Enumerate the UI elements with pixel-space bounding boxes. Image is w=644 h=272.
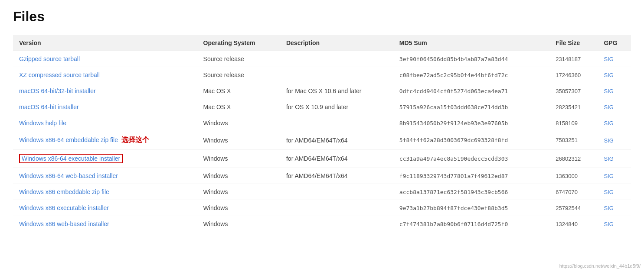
file-md5: 5f84f4f62a28d3003679dc693328f8fd (393, 131, 549, 149)
file-os: Windows (197, 184, 280, 200)
file-os: Windows (197, 168, 280, 184)
table-row: XZ compressed source tarballSource relea… (13, 67, 631, 83)
file-md5: c7f474381b7a8b90b6f07116d4d725f0 (393, 216, 549, 232)
gpg-sig-link[interactable]: SIG (604, 104, 613, 110)
file-size: 17246360 (549, 67, 598, 83)
table-row: Windows x86-64 executable installerWindo… (13, 149, 631, 168)
file-size: 25792544 (549, 200, 598, 216)
file-os: Source release (197, 67, 280, 83)
table-row: macOS 64-bit installerMac OS Xfor OS X 1… (13, 99, 631, 115)
file-os: Windows (197, 200, 280, 216)
file-version-link[interactable]: Windows x86-64 embeddable zip file (19, 136, 118, 143)
file-os: Windows (197, 216, 280, 232)
gpg-sig-link[interactable]: SIG (604, 221, 613, 227)
col-version: Version (13, 35, 197, 51)
file-os: Mac OS X (197, 99, 280, 115)
file-version-link[interactable]: Windows x86 executable installer (19, 204, 109, 211)
file-md5: f9c11893329743d77801a7f49612ed87 (393, 168, 549, 184)
file-md5: cc31a9a497a4ec8a5190edecc5cdd303 (393, 149, 549, 168)
file-description: for OS X 10.9 and later (280, 99, 393, 115)
file-description (280, 67, 393, 83)
gpg-sig-link[interactable]: SIG (604, 72, 613, 78)
table-row: Windows x86 executable installerWindows9… (13, 200, 631, 216)
gpg-sig-link[interactable]: SIG (604, 155, 613, 162)
file-description: for Mac OS X 10.6 and later (280, 83, 393, 99)
annotation-label: 选择这个 (121, 136, 149, 143)
table-header-row: Version Operating System Description MD5… (13, 35, 631, 51)
file-description (280, 51, 393, 67)
files-table: Version Operating System Description MD5… (13, 35, 631, 232)
table-row: Gzipped source tarballSource release3ef9… (13, 51, 631, 67)
page-title: Files (13, 9, 631, 25)
file-version-link[interactable]: Windows x86 web-based installer (19, 220, 109, 227)
gpg-sig-link[interactable]: SIG (604, 56, 613, 62)
file-md5: 3ef90f064506dd85b4b4ab87a7a83d44 (393, 51, 549, 67)
table-row: Windows x86 embeddable zip fileWindowsac… (13, 184, 631, 200)
col-os: Operating System (197, 35, 280, 51)
file-os: Windows (197, 115, 280, 131)
col-description: Description (280, 35, 393, 51)
gpg-sig-link[interactable]: SIG (604, 189, 613, 195)
file-os: Source release (197, 51, 280, 67)
file-os: Mac OS X (197, 83, 280, 99)
table-row: macOS 64-bit/32-bit installerMac OS Xfor… (13, 83, 631, 99)
table-row: Windows x86-64 embeddable zip file选择这个Wi… (13, 131, 631, 149)
file-version-link[interactable]: Windows x86-64 web-based installer (19, 172, 118, 179)
file-size: 35057307 (549, 83, 598, 99)
file-description: for AMD64/EM64T/x64 (280, 149, 393, 168)
file-size: 6747070 (549, 184, 598, 200)
file-size: 1363000 (549, 168, 598, 184)
file-version-link[interactable]: macOS 64-bit/32-bit installer (19, 87, 96, 94)
file-version-link[interactable]: Windows help file (19, 120, 66, 126)
col-md5: MD5 Sum (393, 35, 549, 51)
file-version-link[interactable]: XZ compressed source tarball (19, 71, 100, 78)
file-description (280, 200, 393, 216)
file-md5: 57915a926caa15f03ddd638ce714dd3b (393, 99, 549, 115)
file-size: 28235421 (549, 99, 598, 115)
file-description: for AMD64/EM64T/x64 (280, 168, 393, 184)
file-description: for AMD64/EM64T/x64 (280, 131, 393, 149)
file-md5: c08fbee72ad5c2c95b0f4e44bf6fd72c (393, 67, 549, 83)
gpg-sig-link[interactable]: SIG (604, 88, 613, 94)
gpg-sig-link[interactable]: SIG (604, 205, 613, 211)
col-gpg: GPG (598, 35, 631, 51)
file-description (280, 216, 393, 232)
file-version-link[interactable]: Gzipped source tarball (19, 55, 80, 62)
file-size: 26802312 (549, 149, 598, 168)
file-size: 8158109 (549, 115, 598, 131)
gpg-sig-link[interactable]: SIG (604, 137, 613, 144)
file-size: 7503251 (549, 131, 598, 149)
gpg-sig-link[interactable]: SIG (604, 120, 613, 126)
table-row: Windows x86 web-based installerWindowsc7… (13, 216, 631, 232)
file-md5: 9e73a1b27bb894f87fdce430ef88b3d5 (393, 200, 549, 216)
file-description (280, 184, 393, 200)
file-version-link[interactable]: Windows x86-64 executable installer (19, 154, 123, 163)
file-os: Windows (197, 149, 280, 168)
gpg-sig-link[interactable]: SIG (604, 173, 613, 179)
file-md5: 8b915434050b29f9124eb93e3e97605b (393, 115, 549, 131)
file-os: Windows (197, 131, 280, 149)
file-md5: 0dfc4cdd9404cf0f5274d063eca4ea71 (393, 83, 549, 99)
file-size: 23148187 (549, 51, 598, 67)
col-filesize: File Size (549, 35, 598, 51)
file-version-link[interactable]: macOS 64-bit installer (19, 104, 79, 110)
table-row: Windows x86-64 web-based installerWindow… (13, 168, 631, 184)
file-md5: accb8a137871ec632f581943c39cb566 (393, 184, 549, 200)
file-description (280, 115, 393, 131)
file-size: 1324840 (549, 216, 598, 232)
file-version-link[interactable]: Windows x86 embeddable zip file (19, 188, 109, 195)
table-row: Windows help fileWindows8b915434050b29f9… (13, 115, 631, 131)
